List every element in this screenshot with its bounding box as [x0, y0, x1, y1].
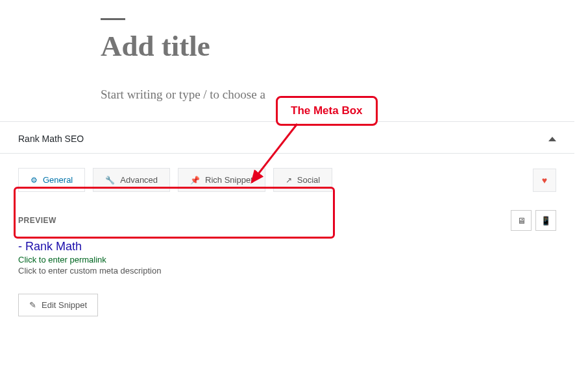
preview-section: PREVIEW 🖥 📱 - Rank Math Click to enter p… [18, 210, 556, 316]
tab-general[interactable]: ⚙ General [18, 168, 85, 192]
favorite-button[interactable]: ♥ [533, 169, 556, 192]
metabox-body: ⚙ General 🔧 Advanced 📌 Rich Snippet ↗ So… [0, 153, 574, 335]
title-accent [101, 18, 125, 20]
tab-advanced[interactable]: 🔧 Advanced [93, 168, 170, 192]
gear-icon: ⚙ [31, 176, 38, 185]
desktop-icon: 🖥 [517, 216, 526, 226]
metabox-header[interactable]: Rank Math SEO [0, 122, 574, 153]
post-body-input[interactable]: Start writing or type / to choose a [101, 88, 574, 102]
tab-label: Rich Snippet [205, 175, 253, 185]
preview-label: PREVIEW [18, 216, 56, 225]
tab-label: Social [297, 175, 320, 185]
editor-area: Add title Start writing or type / to cho… [0, 0, 574, 102]
mobile-preview-button[interactable]: 📱 [535, 210, 556, 231]
tab-social[interactable]: ↗ Social [273, 168, 332, 192]
tabs-row: ⚙ General 🔧 Advanced 📌 Rich Snippet ↗ So… [18, 154, 556, 192]
share-icon: ↗ [286, 176, 292, 185]
seo-metabox: Rank Math SEO ⚙ General 🔧 Advanced 📌 [0, 122, 574, 335]
pencil-icon: ✎ [29, 300, 36, 310]
edit-snippet-button[interactable]: ✎ Edit Snippet [18, 294, 98, 316]
tab-rich-snippet[interactable]: 📌 Rich Snippet [178, 168, 265, 192]
wrench-icon: 🔧 [105, 176, 115, 185]
pin-icon: 📌 [190, 176, 200, 185]
device-toggle: 🖥 📱 [511, 210, 556, 231]
heart-icon: ♥ [542, 175, 547, 185]
mobile-icon: 📱 [541, 216, 551, 226]
edit-snippet-label: Edit Snippet [42, 300, 87, 310]
serp-permalink[interactable]: Click to enter permalink [18, 255, 556, 265]
desktop-preview-button[interactable]: 🖥 [511, 210, 532, 231]
serp-title[interactable]: - Rank Math [18, 240, 556, 253]
metabox-title: Rank Math SEO [18, 134, 84, 144]
tab-label: General [43, 175, 73, 185]
serp-description[interactable]: Click to enter custom meta description [18, 266, 556, 276]
collapse-icon[interactable] [548, 137, 556, 141]
tab-label: Advanced [120, 175, 158, 185]
post-title-input[interactable]: Add title [101, 29, 574, 63]
